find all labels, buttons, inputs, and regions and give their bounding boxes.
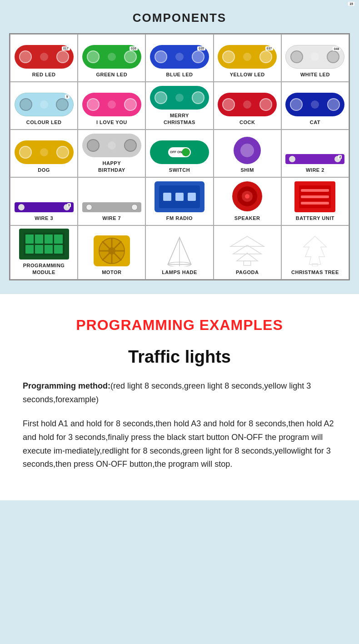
component-label-2: BLUE LED (166, 71, 193, 78)
component-label-24: CHRISTMAS TREE (291, 269, 339, 275)
component-label-6: I LOVE YOU (96, 119, 127, 125)
programming-examples-title: PROGRAMMING EXAMPLES (23, 317, 336, 334)
component-cell-24: CHRISTMAS TREE (281, 225, 349, 280)
component-cell-23: PAGODA (214, 225, 281, 280)
component-cell-9: CAT (281, 82, 349, 130)
component-image-1: 026 (82, 45, 141, 69)
component-image-14: 2 (285, 154, 344, 164)
svg-rect-18 (312, 264, 318, 266)
components-table: 017 RED LED 026 GREEN LED 035 BLUE LED (9, 33, 350, 280)
component-cell-11: HAPPYBIRTHDAY (78, 130, 145, 177)
component-image-21 (94, 235, 130, 266)
component-label-1: GREEN LED (96, 71, 127, 78)
component-image-6 (82, 93, 141, 116)
component-cell-19: BATTERY UNIT (281, 177, 349, 225)
component-image-23 (229, 235, 265, 266)
component-image-10 (15, 140, 74, 164)
component-label-9: CAT (310, 119, 320, 125)
component-cell-0: 017 RED LED (10, 34, 78, 82)
component-label-0: RED LED (32, 71, 56, 78)
components-section: COMPONENTS 017 RED LED 026 GREEN LED (0, 0, 359, 294)
component-image-3: 037 (218, 45, 277, 69)
component-cell-3: 037 YELLOW LED (214, 34, 281, 82)
programming-section: PROGRAMMING EXAMPLES Traffic lights Prog… (0, 294, 359, 500)
component-image-9 (285, 93, 344, 116)
component-cell-18: SPEAKER (214, 177, 281, 225)
component-cell-21: MOTOR (78, 225, 145, 280)
component-cell-6: I LOVE YOU (78, 82, 145, 130)
component-cell-13: SHIM (214, 130, 281, 177)
component-label-3: YELLOW LED (230, 71, 265, 78)
paragraph1-bold: Programming method: (23, 381, 110, 390)
component-image-2: 035 (150, 45, 209, 69)
component-label-18: SPEAKER (234, 215, 260, 221)
component-image-19 (294, 181, 335, 212)
component-label-5: COLOUR LED (26, 119, 62, 125)
component-cell-16: WIRE 7 (78, 177, 145, 225)
component-cell-8: COCK (214, 82, 281, 130)
component-image-4: 048 (285, 45, 344, 69)
svg-rect-16 (244, 261, 251, 265)
component-image-5: 9 (15, 93, 74, 116)
component-label-17: FM RADIO (166, 215, 193, 221)
component-image-7 (150, 86, 209, 110)
component-label-11: HAPPYBIRTHDAY (98, 160, 125, 173)
component-image-17 (155, 181, 204, 212)
component-cell-4: 048 WHITE LED (281, 34, 349, 82)
components-title: COMPONENTS (9, 11, 350, 25)
component-label-14: WIRE 2 (306, 167, 324, 173)
component-image-12: OFF ON 15 (150, 140, 209, 164)
component-image-18 (231, 180, 263, 212)
component-cell-15: 3 WIRE 3 (10, 177, 78, 225)
component-label-23: PAGODA (236, 269, 259, 275)
component-cell-2: 035 BLUE LED (145, 34, 213, 82)
components-grid: 017 RED LED 026 GREEN LED 035 BLUE LED (10, 34, 349, 280)
component-cell-10: DOG (10, 130, 78, 177)
component-label-12: SWITCH (169, 167, 190, 173)
component-label-7: MERRYCHRISTMAS (164, 112, 195, 125)
component-image-13 (234, 137, 261, 164)
paragraph1: Programming method:(red light 8 seconds,… (23, 379, 336, 406)
component-label-13: SHIM (240, 167, 254, 173)
component-cell-20: PROGRAMMINGMODULE (10, 225, 78, 280)
component-image-22 (164, 235, 195, 266)
component-cell-5: 9 COLOUR LED (10, 82, 78, 130)
component-label-16: WIRE 7 (102, 215, 121, 221)
component-image-8 (218, 93, 277, 116)
component-label-20: PROGRAMMINGMODULE (23, 262, 65, 275)
traffic-lights-title: Traffic lights (23, 347, 336, 367)
component-label-22: LAMPS HADE (162, 269, 197, 275)
component-cell-14: 2 WIRE 2 (281, 130, 349, 177)
component-image-15: 3 (15, 202, 74, 212)
component-label-10: DOG (38, 167, 50, 173)
component-image-0: 017 (15, 45, 74, 69)
component-image-20 (19, 229, 69, 260)
programming-body: Programming method:(red light 8 seconds,… (23, 379, 336, 471)
component-cell-17: FM RADIO (145, 177, 213, 225)
component-cell-7: MERRYCHRISTMAS (145, 82, 213, 130)
component-image-16 (82, 202, 141, 212)
component-image-11 (82, 134, 141, 157)
component-cell-12: OFF ON 15 SWITCH (145, 130, 213, 177)
component-cell-1: 026 GREEN LED (78, 34, 145, 82)
component-label-19: BATTERY UNIT (296, 215, 334, 221)
svg-marker-17 (304, 236, 327, 264)
component-image-24 (297, 235, 333, 266)
paragraph2: First hold A1 and hold for 8 seconds,the… (23, 417, 336, 471)
component-label-15: WIRE 3 (35, 215, 53, 221)
component-label-21: MOTOR (102, 269, 121, 275)
svg-point-3 (245, 194, 249, 199)
component-label-4: WHITE LED (300, 71, 330, 78)
component-label-8: COCK (239, 119, 255, 125)
component-cell-22: LAMPS HADE (145, 225, 213, 280)
